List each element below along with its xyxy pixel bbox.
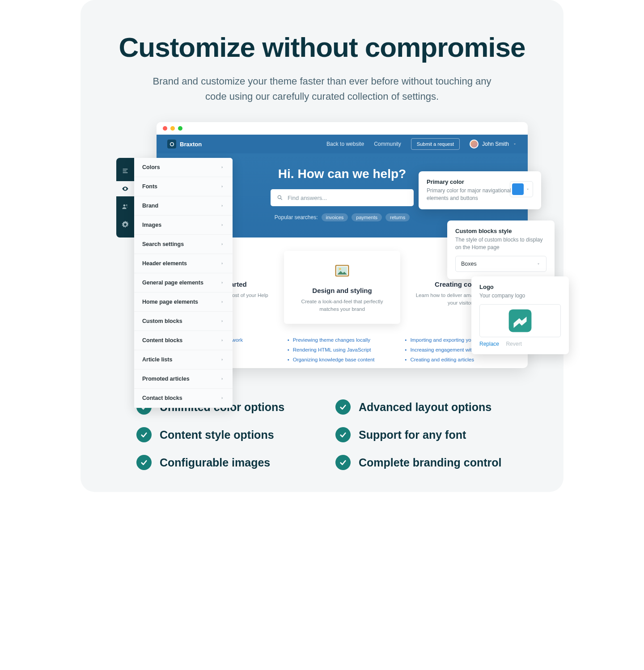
search-icon bbox=[277, 195, 283, 201]
settings-row[interactable]: Images bbox=[134, 216, 233, 235]
company-logo-icon bbox=[507, 308, 533, 334]
category-desc: Create a look-and-feel that perfectly ma… bbox=[289, 298, 395, 313]
settings-row-label: Content blocks bbox=[142, 337, 182, 343]
article-link[interactable]: Rendering HTML using JavaScript bbox=[288, 347, 397, 352]
category-title: Design and styling bbox=[289, 287, 395, 294]
search-input[interactable]: Find answers... bbox=[271, 189, 414, 206]
nav-back-link[interactable]: Back to website bbox=[326, 141, 364, 147]
popover-label: Logo bbox=[479, 284, 561, 290]
check-icon bbox=[335, 455, 351, 470]
popover-label: Custom blocks style bbox=[455, 228, 547, 234]
brand-logo-icon bbox=[167, 140, 176, 148]
chevron-down-icon bbox=[536, 262, 541, 266]
svg-rect-8 bbox=[123, 171, 127, 172]
screenshot-stage: Braxton Back to website Community Submit… bbox=[116, 122, 528, 377]
settings-row[interactable]: Colors bbox=[134, 158, 233, 177]
popover-custom-blocks: Custom blocks style The style of custom … bbox=[447, 221, 555, 279]
chevron-right-icon bbox=[220, 377, 225, 381]
popular-label: Popular searches: bbox=[275, 214, 318, 221]
chevron-right-icon bbox=[220, 357, 225, 362]
chevron-right-icon bbox=[220, 165, 225, 170]
article-link[interactable]: Previewing theme changes locally bbox=[288, 337, 397, 343]
check-icon bbox=[335, 427, 351, 442]
chevron-right-icon bbox=[220, 223, 225, 227]
feature-item: Advanced layout options bbox=[335, 399, 508, 415]
avatar-icon bbox=[470, 140, 479, 148]
image-frame-icon bbox=[333, 262, 352, 280]
category-card-featured[interactable]: Design and styling Create a look-and-fee… bbox=[284, 251, 401, 323]
rail-menu-button[interactable] bbox=[116, 163, 134, 178]
color-swatch-icon bbox=[512, 183, 524, 195]
feature-list: Unlimited color optionsAdvanced layout o… bbox=[136, 399, 508, 470]
settings-row-label: Brand bbox=[142, 203, 158, 209]
settings-row-label: Header elements bbox=[142, 260, 187, 267]
brand-name: Braxton bbox=[180, 141, 202, 148]
user-menu[interactable]: John Smith bbox=[470, 140, 517, 148]
traffic-light-max-icon bbox=[178, 126, 182, 131]
svg-rect-7 bbox=[123, 169, 128, 170]
logo-actions: Replace Revert bbox=[479, 341, 561, 347]
settings-row[interactable]: Search settings bbox=[134, 235, 233, 254]
rail-users-button[interactable] bbox=[116, 199, 134, 214]
feature-label: Support for any font bbox=[359, 428, 466, 441]
settings-row-label: General page elements bbox=[142, 280, 203, 286]
hero-title: Customize without compromise bbox=[107, 31, 537, 63]
feature-label: Configurable images bbox=[160, 456, 270, 469]
settings-row[interactable]: Header elements bbox=[134, 254, 233, 273]
svg-point-10 bbox=[123, 204, 126, 207]
select-value: Boxes bbox=[461, 261, 477, 267]
blocks-style-select[interactable]: Boxes bbox=[455, 256, 547, 272]
user-name: John Smith bbox=[482, 141, 509, 147]
popover-desc: The style of custom blocks to display on… bbox=[455, 236, 547, 251]
feature-item: Configurable images bbox=[136, 455, 309, 470]
settings-row[interactable]: Fonts bbox=[134, 177, 233, 196]
feature-item: Support for any font bbox=[335, 427, 508, 442]
check-icon bbox=[136, 455, 152, 470]
chevron-right-icon bbox=[220, 338, 225, 343]
chevron-right-icon bbox=[220, 319, 225, 323]
traffic-light-close-icon bbox=[163, 126, 167, 131]
search-placeholder: Find answers... bbox=[288, 195, 327, 201]
settings-row-label: Colors bbox=[142, 164, 160, 170]
settings-panel: ColorsFontsBrandImagesSearch settingsHea… bbox=[134, 158, 233, 408]
popover-logo: Logo Your company logo Replace Revert bbox=[471, 276, 569, 354]
chevron-right-icon bbox=[220, 280, 225, 285]
settings-row-label: Contact blocks bbox=[142, 395, 182, 401]
rail-preview-button[interactable] bbox=[116, 181, 134, 196]
settings-row[interactable]: Contact blocks bbox=[134, 389, 233, 408]
chevron-right-icon bbox=[220, 396, 225, 400]
popover-desc: Your company logo bbox=[479, 292, 561, 300]
check-icon bbox=[335, 399, 351, 415]
settings-row[interactable]: Home page elements bbox=[134, 293, 233, 312]
settings-row[interactable]: Article lists bbox=[134, 350, 233, 369]
feature-label: Complete branding control bbox=[359, 456, 501, 469]
article-link[interactable]: Creating and editing articles bbox=[405, 357, 514, 362]
popular-tag[interactable]: returns bbox=[386, 213, 410, 221]
check-icon bbox=[136, 427, 152, 442]
color-picker[interactable] bbox=[510, 181, 533, 197]
feature-label: Content style options bbox=[160, 428, 274, 441]
page-card: Customize without compromise Brand and c… bbox=[80, 0, 564, 492]
chevron-down-icon bbox=[525, 187, 530, 191]
popular-tag[interactable]: payments bbox=[352, 213, 382, 221]
article-link[interactable]: Organizing knowledge base content bbox=[288, 357, 397, 362]
settings-row[interactable]: Custom blocks bbox=[134, 312, 233, 331]
feature-item: Complete branding control bbox=[335, 455, 508, 470]
chevron-right-icon bbox=[220, 261, 225, 266]
svg-point-6 bbox=[339, 268, 341, 270]
replace-button[interactable]: Replace bbox=[479, 341, 499, 347]
revert-button[interactable]: Revert bbox=[506, 341, 521, 347]
rail-settings-button[interactable] bbox=[116, 217, 134, 232]
nav-community-link[interactable]: Community bbox=[374, 141, 401, 147]
settings-row[interactable]: Promoted articles bbox=[134, 369, 233, 389]
submit-request-button[interactable]: Submit a request bbox=[411, 138, 460, 150]
svg-point-0 bbox=[170, 142, 174, 146]
settings-row[interactable]: General page elements bbox=[134, 273, 233, 293]
settings-row-label: Home page elements bbox=[142, 299, 198, 305]
chevron-right-icon bbox=[220, 204, 225, 208]
settings-row-label: Article lists bbox=[142, 356, 172, 363]
settings-row-label: Search settings bbox=[142, 241, 184, 247]
settings-row[interactable]: Content blocks bbox=[134, 331, 233, 350]
popular-tag[interactable]: invoices bbox=[322, 213, 348, 221]
settings-row[interactable]: Brand bbox=[134, 196, 233, 216]
